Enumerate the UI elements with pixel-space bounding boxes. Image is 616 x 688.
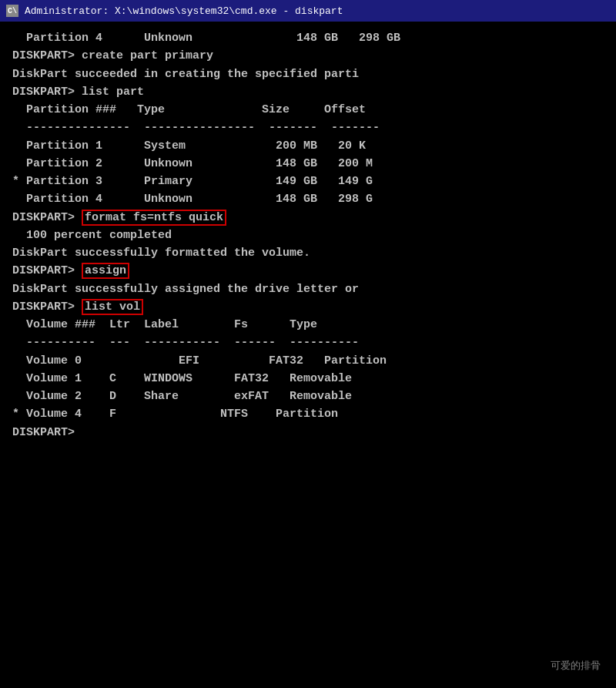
format-cmd-boxed: DISKPART> format fs=ntfs quick [12, 209, 604, 227]
title-bar: C\ Administrator: X:\windows\system32\cm… [0, 0, 616, 22]
list-sep: --------------- ---------------- -------… [12, 119, 604, 136]
assign-success: DiskPart successfully assigned the drive… [12, 280, 604, 298]
assign-cmd-boxed: DISKPART> assign [12, 262, 604, 280]
vol2: Volume 2 D Share exFAT Removable [12, 388, 604, 405]
part2: Partition 2 Unknown 148 GB 200 M [12, 155, 604, 173]
create-success: DiskPart succeeded in creating the speci… [12, 65, 604, 83]
title-bar-text: Administrator: X:\windows\system32\cmd.e… [25, 5, 343, 17]
part1: Partition 1 System 200 MB 20 K [12, 137, 604, 155]
create-cmd: DISKPART> create part primary [12, 47, 604, 65]
vol-header: Volume ### Ltr Label Fs Type [12, 316, 604, 334]
list-header: Partition ### Type Size Offset [12, 101, 604, 119]
listvol-cmd-boxed: DISKPART> list vol [12, 298, 604, 316]
vol-sep: ---------- --- ----------- ------ ------… [12, 334, 604, 351]
cmd-icon: C\ [6, 5, 18, 17]
vol4: * Volume 4 F NTFS Partition [12, 405, 604, 423]
terminal-content: Partition 4 Unknown 148 GB 298 GBDISKPAR… [0, 22, 616, 688]
partition4-header: Partition 4 Unknown 148 GB 298 GB [12, 29, 604, 47]
terminal-window: C\ Administrator: X:\windows\system32\cm… [0, 0, 616, 688]
final-prompt: DISKPART> [12, 424, 604, 441]
list-part-cmd: DISKPART> list part [12, 83, 604, 101]
vol1: Volume 1 C WINDOWS FAT32 Removable [12, 370, 604, 388]
vol0: Volume 0 EFI FAT32 Partition [12, 352, 604, 370]
format-progress: 100 percent completed [12, 227, 604, 244]
watermark: 可爱的排骨 [551, 659, 601, 673]
part4: Partition 4 Unknown 148 GB 298 G [12, 190, 604, 208]
part3: * Partition 3 Primary 149 GB 149 G [12, 173, 604, 190]
format-success: DiskPart successfully formatted the volu… [12, 244, 604, 262]
